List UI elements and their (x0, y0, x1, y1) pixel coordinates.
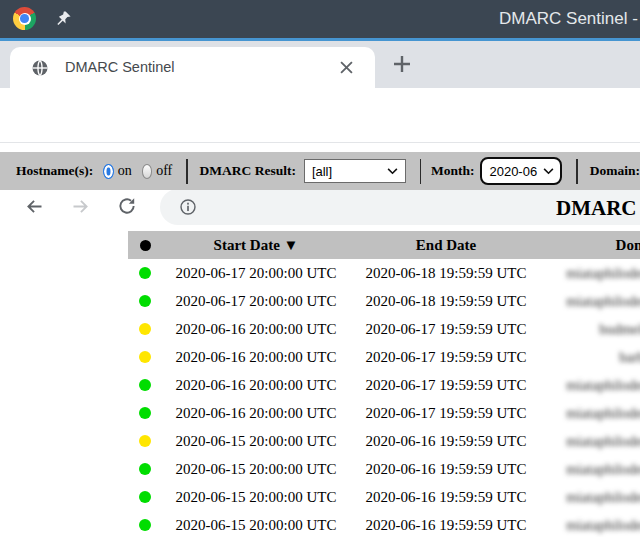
domain-cell-redacted: miataphilodendronbdl.net (542, 517, 640, 534)
chevron-down-icon (543, 168, 554, 175)
end-date-cell: 2020-06-17 19:59:59 UTC (350, 321, 542, 338)
filter-divider (186, 159, 187, 184)
status-cell (128, 407, 162, 419)
table-row[interactable]: 2020-06-17 20:00:00 UTC 2020-06-18 19:59… (128, 259, 640, 287)
status-cell (128, 435, 162, 447)
browser-window: DMARC Sentinel - DMARC Sentinel (0, 0, 640, 537)
hostnames-on-label: on (118, 163, 132, 179)
start-date-cell: 2020-06-16 20:00:00 UTC (162, 377, 350, 394)
status-dot (139, 519, 151, 531)
forward-button[interactable] (70, 196, 91, 217)
end-date-cell: 2020-06-18 19:59:59 UTC (350, 293, 542, 310)
table-body: 2020-06-17 20:00:00 UTC 2020-06-18 19:59… (128, 259, 640, 537)
end-date-cell: 2020-06-16 19:59:59 UTC (350, 517, 542, 534)
start-date-cell: 2020-06-15 20:00:00 UTC (162, 461, 350, 478)
status-dot (139, 267, 151, 279)
tab-close-icon[interactable] (340, 61, 353, 74)
end-date-column-header[interactable]: End Date (350, 237, 542, 254)
new-tab-button[interactable] (392, 54, 412, 74)
status-cell (128, 519, 162, 531)
window-titlebar: DMARC Sentinel - (0, 0, 640, 38)
globe-favicon-icon (31, 59, 49, 77)
end-date-cell: 2020-06-17 19:59:59 UTC (350, 405, 542, 422)
end-date-cell: 2020-06-16 19:59:59 UTC (350, 461, 542, 478)
tab-title: DMARC Sentinel (65, 47, 175, 88)
domain-cell-redacted: miataphilodendronbdl.net (542, 265, 640, 282)
start-date-cell: 2020-06-17 20:00:00 UTC (162, 293, 350, 310)
status-cell (128, 323, 162, 335)
status-column-header[interactable] (128, 240, 162, 251)
end-date-cell: 2020-06-17 19:59:59 UTC (350, 377, 542, 394)
browser-toolbar (0, 88, 640, 143)
status-cell (128, 379, 162, 391)
hostnames-label: Hostname(s): (16, 163, 93, 179)
month-value: 2020-06 (489, 164, 537, 179)
filter-bar: Hostname(s): on off DMARC Result: [all] … (0, 152, 640, 190)
status-dot (139, 491, 151, 503)
hostnames-on-radio[interactable] (103, 164, 113, 179)
status-dot (139, 379, 151, 391)
table-row[interactable]: 2020-06-16 20:00:00 UTC 2020-06-17 19:59… (128, 315, 640, 343)
dmarc-result-value: [all] (312, 164, 332, 179)
dmarc-result-select[interactable]: [all] (304, 159, 406, 183)
end-date-cell: 2020-06-16 19:59:59 UTC (350, 433, 542, 450)
status-cell (128, 463, 162, 475)
table-row[interactable]: 2020-06-15 20:00:00 UTC 2020-06-16 19:59… (128, 427, 640, 455)
back-button[interactable] (24, 196, 45, 217)
hostnames-off-radio[interactable] (142, 164, 152, 179)
end-date-cell: 2020-06-18 19:59:59 UTC (350, 265, 542, 282)
table-row[interactable]: 2020-06-16 20:00:00 UTC 2020-06-17 19:59… (128, 371, 640, 399)
table-row[interactable]: 2020-06-17 20:00:00 UTC 2020-06-18 19:59… (128, 287, 640, 315)
pin-icon[interactable] (55, 10, 72, 27)
site-info-icon[interactable] (179, 198, 197, 216)
tab-dmarc-sentinel[interactable]: DMARC Sentinel (10, 47, 375, 88)
window-title: DMARC Sentinel - (499, 0, 638, 38)
end-date-cell: 2020-06-16 19:59:59 UTC (350, 489, 542, 506)
filter-divider (576, 159, 577, 184)
chevron-down-icon (387, 168, 398, 175)
table-row[interactable]: 2020-06-15 20:00:00 UTC 2020-06-16 19:59… (128, 455, 640, 483)
dmarc-result-label: DMARC Result: (200, 163, 296, 179)
hostnames-off-label: off (156, 163, 172, 179)
start-date-cell: 2020-06-16 20:00:00 UTC (162, 349, 350, 366)
domain-cell-redacted: budmelodic.io (542, 321, 640, 338)
start-date-cell: 2020-06-15 20:00:00 UTC (162, 489, 350, 506)
domain-filter-label: Domain: (590, 163, 640, 179)
domain-cell-redacted: barbble (542, 349, 640, 366)
reload-button[interactable] (117, 196, 137, 216)
status-dot (139, 351, 151, 363)
start-date-cell: 2020-06-15 20:00:00 UTC (162, 517, 350, 534)
start-date-cell: 2020-06-17 20:00:00 UTC (162, 265, 350, 282)
page-title: DMARC (556, 196, 636, 221)
tab-strip: DMARC Sentinel (0, 41, 640, 88)
status-dot (139, 463, 151, 475)
status-dot (139, 295, 151, 307)
domain-cell-redacted: miataphilodendronbdl.net (542, 293, 640, 310)
month-select[interactable]: 2020-06 (480, 157, 562, 185)
status-dot (139, 323, 151, 335)
month-label: Month: (431, 163, 475, 179)
status-dot (139, 407, 151, 419)
status-dot (139, 435, 151, 447)
domain-cell-redacted: miataphilodendronbdl.net (542, 405, 640, 422)
table-row[interactable]: 2020-06-15 20:00:00 UTC 2020-06-16 19:59… (128, 511, 640, 537)
table-row[interactable]: 2020-06-15 20:00:00 UTC 2020-06-16 19:59… (128, 483, 640, 511)
domain-cell-redacted: miataphilodendronbdl.net (542, 377, 640, 394)
status-cell (128, 295, 162, 307)
table-header-row: Start Date ▼ End Date Domain (128, 231, 640, 259)
status-cell (128, 267, 162, 279)
end-date-cell: 2020-06-17 19:59:59 UTC (350, 349, 542, 366)
table-row[interactable]: 2020-06-16 20:00:00 UTC 2020-06-17 19:59… (128, 343, 640, 371)
domain-column-header[interactable]: Domain (542, 237, 640, 254)
status-cell (128, 491, 162, 503)
domain-cell-redacted: miataphilodendronbdl.net (542, 489, 640, 506)
reports-table: Start Date ▼ End Date Domain 2020-06-17 … (128, 231, 640, 537)
chrome-logo-icon (13, 7, 36, 30)
start-date-cell: 2020-06-15 20:00:00 UTC (162, 433, 350, 450)
start-date-column-header[interactable]: Start Date ▼ (162, 237, 350, 254)
status-dot-icon (140, 240, 151, 251)
table-row[interactable]: 2020-06-16 20:00:00 UTC 2020-06-17 19:59… (128, 399, 640, 427)
start-date-cell: 2020-06-16 20:00:00 UTC (162, 321, 350, 338)
start-date-cell: 2020-06-16 20:00:00 UTC (162, 405, 350, 422)
domain-cell-redacted: miataphilodendronbdl.net (542, 461, 640, 478)
